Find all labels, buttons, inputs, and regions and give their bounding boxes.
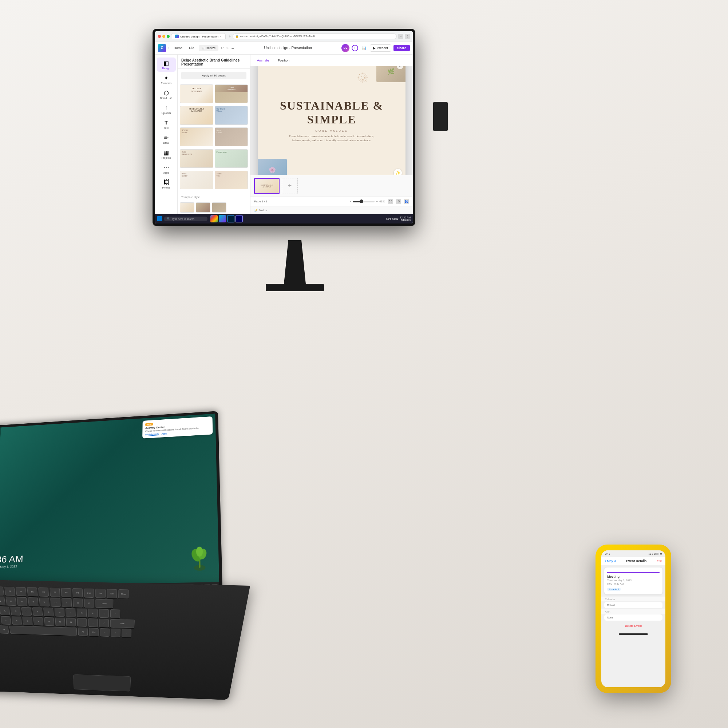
key-quote[interactable]: ' [110, 609, 120, 618]
key-f5[interactable]: F5 [27, 587, 37, 596]
key-period[interactable]: . [88, 618, 98, 627]
template-thumb-7[interactable]: OURPRODUCTS [180, 149, 213, 168]
user-avatar[interactable]: DV [341, 44, 349, 52]
key-space[interactable] [9, 626, 77, 636]
fullscreen-icon[interactable]: ⛶ [388, 199, 393, 204]
key-alt-r[interactable]: Alt [78, 627, 88, 636]
new-tab-icon[interactable]: + [229, 34, 231, 39]
phone-alert-value[interactable]: None [604, 615, 662, 621]
template-thumb-3[interactable]: SUSTAINABLE& SIMPLE [180, 106, 213, 124]
strip-thumb-1[interactable]: SUSTAINABLE& SIMPLE [254, 178, 280, 194]
taskbar-ps-icon[interactable] [227, 215, 234, 222]
key-shift-l[interactable]: Shift [0, 616, 0, 624]
canva-logo-button[interactable]: C [158, 44, 166, 52]
sidebar-item-brand[interactable]: ⬡ Brand Hub [157, 87, 176, 102]
key-f8[interactable]: F8 [61, 588, 71, 597]
undo-icon[interactable]: ↩ [220, 46, 223, 50]
template-thumb-5[interactable]: SOCIALMEDIA [180, 127, 213, 146]
style-thumb-3[interactable] [212, 202, 226, 213]
key-bksp[interactable]: Bksp [118, 589, 128, 598]
key-m[interactable]: M [66, 618, 76, 626]
key-o[interactable]: O [73, 598, 83, 607]
canva-file-btn[interactable]: File [187, 45, 197, 51]
key-f3[interactable]: F3 [5, 587, 15, 596]
analytics-icon[interactable]: 📊 [360, 44, 368, 52]
template-thumb-1[interactable]: OLIVIAWILSON [180, 84, 213, 103]
key-f[interactable]: F [32, 607, 43, 616]
sidebar-item-text[interactable]: T Text [157, 117, 176, 132]
zoom-notification[interactable]: NEW Activity Center Check for new notifi… [142, 416, 213, 439]
key-c[interactable]: C [22, 616, 32, 625]
sidebar-item-uploads[interactable]: ↑ Uploads [157, 102, 176, 116]
key-r[interactable]: R [17, 597, 27, 606]
key-g[interactable]: G [43, 607, 54, 616]
add-slide-button[interactable]: + [282, 178, 298, 194]
key-k[interactable]: K [77, 609, 87, 617]
key-right[interactable]: → [122, 629, 132, 637]
key-d[interactable]: D [21, 607, 32, 616]
key-n[interactable]: N [55, 618, 65, 626]
key-del[interactable]: Del [107, 589, 117, 598]
zoom-slider[interactable] [353, 201, 375, 202]
key-b[interactable]: B [44, 617, 54, 626]
animate-btn[interactable]: Animate [254, 58, 272, 63]
key-ins[interactable]: Ins [95, 589, 106, 598]
zoom-link-whiteboards[interactable]: Whiteboards [145, 433, 159, 436]
phone-back-btn[interactable]: ‹ May 3 [605, 559, 616, 563]
key-u[interactable]: U [50, 598, 60, 607]
key-l[interactable]: L [88, 609, 98, 618]
sidebar-item-apps[interactable]: ⋯ Apps [157, 162, 176, 176]
key-j[interactable]: J [66, 608, 76, 617]
key-f7[interactable]: F7 [49, 588, 60, 597]
apply-all-button[interactable]: Apply all 10 pages [181, 72, 246, 80]
browser-address-bar[interactable]: 🔒 canva.com/design/DAFhp7hk4Y/ZveQHUCaom… [232, 34, 397, 39]
key-slash[interactable]: / [99, 619, 109, 627]
canva-home-btn[interactable]: Home [171, 45, 185, 51]
style-thumb-2[interactable] [196, 202, 210, 213]
template-thumb-8[interactable]: Photography [215, 149, 248, 168]
key-z[interactable]: Z [1, 616, 11, 625]
key-x[interactable]: X [12, 616, 22, 625]
key-comma[interactable]: , [77, 618, 87, 626]
sidebar-item-design[interactable]: ◧ Design [157, 58, 176, 72]
magic-wand-btn[interactable]: ✨ [394, 169, 402, 175]
browser-close-btn[interactable] [158, 35, 161, 38]
phone-delete-btn[interactable]: Delete Event [601, 621, 665, 630]
zoom-in-icon[interactable]: + [376, 200, 378, 203]
key-t[interactable]: T [28, 597, 38, 606]
key-enter[interactable]: Enter [95, 599, 113, 608]
zoom-control[interactable]: − + 41% [350, 200, 385, 203]
template-thumb-4[interactable]: Our BrandValues [215, 106, 248, 124]
position-btn[interactable]: Position [275, 58, 292, 63]
key-updown[interactable]: ↕ [111, 629, 121, 637]
key-f10[interactable]: F10 [84, 589, 94, 598]
template-thumb-2[interactable]: BrandGuidelines [215, 84, 248, 103]
key-a[interactable]: A [0, 606, 10, 615]
browser-maximize-btn[interactable] [167, 35, 170, 38]
tab-close-icon[interactable]: × [220, 35, 222, 38]
key-e[interactable]: E [6, 597, 16, 606]
sidebar-item-photos[interactable]: 🖼 Photos [157, 177, 176, 191]
taskbar-ae-icon[interactable] [236, 215, 243, 222]
invite-plus-btn[interactable]: + [352, 45, 358, 51]
redo-icon[interactable]: ↪ [226, 46, 229, 50]
canva-notes-bar[interactable]: 📝 Notes [251, 206, 413, 214]
canva-resize-btn[interactable]: ⊞ Resize [199, 45, 219, 51]
key-f4[interactable]: F4 [16, 587, 27, 596]
browser-star-btn[interactable]: ☆ [398, 34, 403, 39]
settings-icon[interactable]: ⚙ [396, 199, 401, 204]
present-button[interactable]: ▶ Present [370, 44, 391, 52]
zoom-out-icon[interactable]: − [350, 200, 352, 203]
key-ctrl-r[interactable]: Ctrl [89, 628, 98, 636]
laptop-trackpad[interactable] [73, 674, 131, 691]
style-thumb-1[interactable] [180, 202, 194, 213]
sidebar-item-projects[interactable]: ▦ Projects [157, 147, 176, 161]
key-alt-l[interactable]: Alt [0, 626, 9, 634]
key-i[interactable]: I [61, 598, 72, 607]
browser-settings-btn[interactable]: ⋮ [405, 34, 410, 39]
key-h[interactable]: H [55, 608, 65, 616]
taskbar-canva-icon[interactable] [219, 215, 226, 222]
share-button[interactable]: Share [393, 45, 410, 51]
browser-tab-canva[interactable]: Untitled design - Presentation × [171, 33, 226, 39]
key-s[interactable]: S [10, 607, 21, 616]
